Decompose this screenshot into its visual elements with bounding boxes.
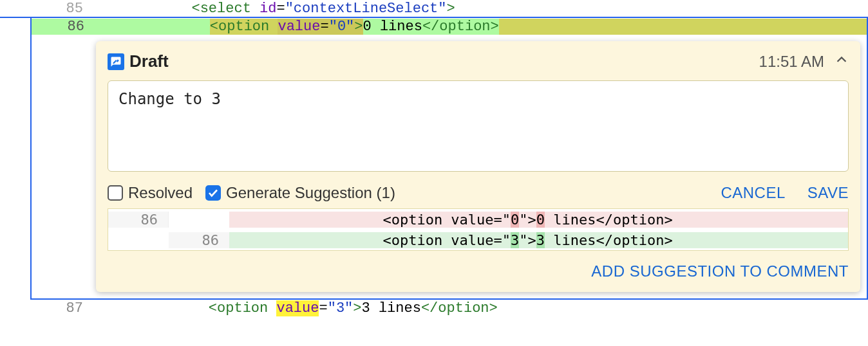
diff-row-removed[interactable]: 86 <option value="0">0 lines</option> — [108, 209, 848, 230]
code-line-86[interactable]: 86 <option value="0">0 lines</option> — [0, 17, 868, 35]
add-suggestion-button[interactable]: ADD SUGGESTION TO COMMENT — [591, 262, 849, 280]
comment-container: Draft 11:51 AM Resolved — [30, 35, 868, 300]
resolved-checkbox[interactable]: Resolved — [108, 184, 193, 202]
generate-suggestion-label: Generate Suggestion (1) — [226, 184, 395, 202]
generate-suggestion-checkbox[interactable]: Generate Suggestion (1) — [205, 184, 395, 202]
code-content: <option value="3">3 lines</option> — [90, 300, 868, 316]
code-content: <select id="contextLineSelect"> — [90, 1, 868, 17]
code-line-87[interactable]: 87 <option value="3">3 lines</option> — [0, 300, 868, 316]
cancel-button[interactable]: CANCEL — [721, 184, 785, 202]
comment-controls: Resolved Generate Suggestion (1) CANCEL … — [108, 184, 849, 202]
comment-timestamp: 11:51 AM — [759, 53, 824, 71]
diff-content: <option value="3">3 lines</option> — [229, 232, 848, 248]
resolved-label: Resolved — [128, 184, 193, 202]
comment-header: Draft 11:51 AM — [108, 51, 849, 71]
comment-card: Draft 11:51 AM Resolved — [96, 41, 860, 292]
diff-line-number-right: 86 — [169, 232, 229, 248]
save-button[interactable]: SAVE — [807, 184, 849, 202]
draft-icon — [108, 53, 124, 70]
checkbox-checked-icon — [205, 185, 221, 201]
suggestion-diff: 86 <option value="0">0 lines</option> 86… — [108, 208, 849, 251]
code-content: <option value="0">0 lines</option> — [91, 19, 867, 35]
diff-row-added[interactable]: 86 <option value="3">3 lines</option> — [108, 230, 848, 250]
checkbox-unchecked-icon — [108, 185, 123, 201]
blame-gutter — [0, 18, 30, 35]
comment-textarea[interactable] — [108, 80, 849, 172]
diff-viewer: 85 <select id="contextLineSelect"> 86 <o… — [0, 0, 868, 316]
diff-line-number-left: 86 — [108, 212, 169, 228]
line-number: 85 — [30, 1, 90, 17]
line-number: 87 — [30, 300, 90, 316]
line-number: 86 — [32, 19, 91, 35]
code-line-85[interactable]: 85 <select id="contextLineSelect"> — [0, 0, 868, 17]
diff-content: <option value="0">0 lines</option> — [229, 212, 848, 228]
draft-label: Draft — [129, 51, 169, 71]
collapse-icon[interactable] — [835, 53, 849, 71]
